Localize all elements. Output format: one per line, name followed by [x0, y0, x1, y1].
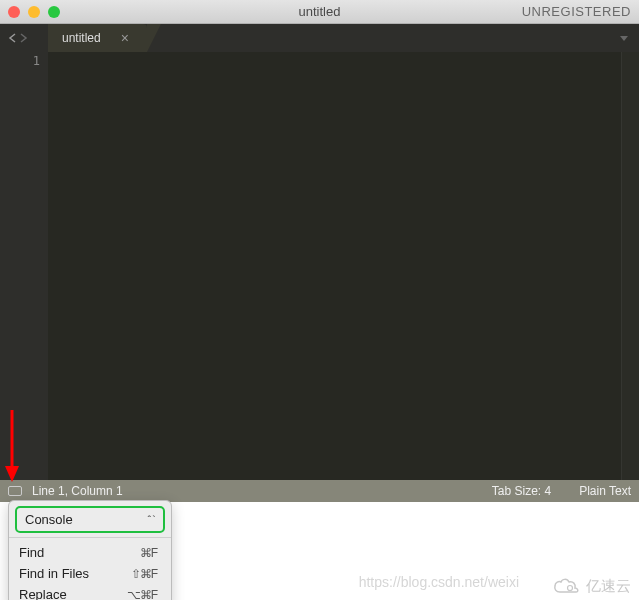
menu-item-console[interactable]: Console ˆ ` — [15, 506, 165, 533]
editor-area: 1 — [0, 52, 639, 480]
unregistered-label: UNREGISTERED — [522, 4, 639, 19]
menu-shortcut: ⌥⌘F — [127, 588, 157, 601]
status-line-col[interactable]: Line 1, Column 1 — [32, 484, 123, 498]
nav-back-icon[interactable] — [6, 32, 18, 44]
watermark-brand: 亿速云 — [552, 576, 631, 596]
menu-shortcut: ˆ ` — [148, 514, 155, 526]
menu-item-replace[interactable]: Replace ⌥⌘F — [9, 584, 171, 600]
menu-label: Console — [25, 512, 148, 527]
svg-point-0 — [568, 586, 573, 591]
menu-item-find-in-files[interactable]: Find in Files ⇧⌘F — [9, 563, 171, 584]
line-number: 1 — [0, 54, 40, 68]
status-syntax[interactable]: Plain Text — [579, 484, 631, 498]
minimize-window-button[interactable] — [28, 6, 40, 18]
menu-separator — [9, 537, 171, 538]
window-title: untitled — [299, 4, 341, 19]
status-bar: Line 1, Column 1 Tab Size: 4 Plain Text — [0, 480, 639, 502]
panel-switcher-icon[interactable] — [8, 486, 22, 496]
menu-shortcut: ⌘F — [140, 546, 157, 560]
cloud-icon — [552, 576, 580, 596]
nav-forward-icon[interactable] — [18, 32, 30, 44]
menu-label: Find in Files — [19, 566, 131, 581]
line-gutter: 1 — [0, 52, 48, 480]
tab-overflow-icon[interactable] — [619, 29, 639, 47]
tab-label: untitled — [62, 31, 101, 45]
menu-label: Find — [19, 545, 140, 560]
close-window-button[interactable] — [8, 6, 20, 18]
watermark-url: https://blog.csdn.net/weixi — [359, 574, 519, 590]
status-tab-size[interactable]: Tab Size: 4 — [492, 484, 551, 498]
context-menu: Console ˆ ` Find ⌘F Find in Files ⇧⌘F Re… — [8, 500, 172, 600]
editor-content[interactable] — [48, 52, 639, 480]
tab-untitled[interactable]: untitled × — [48, 24, 147, 52]
menu-item-find[interactable]: Find ⌘F — [9, 542, 171, 563]
menu-label: Replace — [19, 587, 127, 600]
maximize-window-button[interactable] — [48, 6, 60, 18]
tab-bar: untitled × — [0, 24, 639, 52]
minimap[interactable] — [621, 52, 639, 480]
close-tab-icon[interactable]: × — [121, 30, 129, 46]
title-bar: untitled UNREGISTERED — [0, 0, 639, 24]
menu-shortcut: ⇧⌘F — [131, 567, 157, 581]
